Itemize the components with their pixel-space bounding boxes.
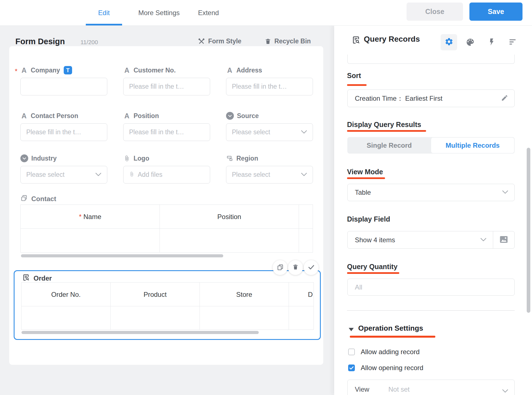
duplicate-button[interactable] [273, 260, 288, 275]
view-select[interactable]: View Not set [347, 380, 515, 395]
close-button[interactable]: Close [407, 3, 463, 21]
tab-edit-label: Edit [98, 9, 110, 17]
field-region: Region Please select [226, 154, 313, 184]
text-field-icon: A [20, 66, 28, 74]
events-tab-button[interactable] [488, 37, 496, 48]
field-label: Position [134, 112, 159, 120]
copy-icon [277, 264, 284, 272]
select-field-icon [20, 154, 28, 162]
field-company: * A Company T [20, 66, 107, 95]
single-record-option[interactable]: Single Record [347, 137, 431, 154]
palette-icon [466, 43, 475, 48]
query-quantity-heading: Query Quantity [347, 263, 398, 271]
view-mode-select[interactable]: Table [347, 184, 515, 201]
order-horizontal-scrollbar[interactable] [22, 331, 259, 334]
field-label: Contact Person [31, 112, 78, 120]
order-subtable-selected[interactable]: Order Order No. Product Store D [14, 270, 321, 340]
display-field-select[interactable]: Show 4 items [347, 231, 515, 249]
chevron-down-icon [95, 172, 101, 177]
image-icon [499, 234, 509, 246]
check-icon [308, 264, 315, 272]
order-subtable-table: Order No. Product Store D [21, 282, 314, 330]
save-button[interactable]: Save [469, 3, 522, 21]
region-select[interactable]: Please select [226, 166, 313, 184]
checkbox-unchecked[interactable] [348, 349, 355, 355]
paperclip-icon [129, 171, 134, 178]
chevron-down-icon [502, 389, 508, 394]
field-label: Source [237, 112, 259, 120]
field-customer-no: A Customer No. Please fill in the t… [123, 66, 210, 95]
operation-settings-underline [350, 336, 435, 338]
topbar: Edit More Settings Extend Close Save [0, 0, 532, 26]
field-label: Region [236, 155, 258, 162]
checkbox-label: Allow opening record [361, 364, 423, 372]
style-tab-button[interactable] [466, 37, 475, 48]
main-tabs: Edit More Settings Extend [86, 0, 221, 25]
page-title: Form Design [15, 37, 65, 46]
allow-adding-record-row[interactable]: Allow adding record [348, 348, 420, 356]
display-field-heading: Display Field [347, 215, 390, 223]
field-label: Address [236, 67, 262, 74]
address-input[interactable]: Please fill in the t… [226, 78, 313, 95]
paperclip-icon [123, 155, 130, 161]
required-asterisk: * [79, 213, 81, 221]
lightning-icon [488, 43, 496, 48]
outline-tab-button[interactable] [509, 39, 517, 46]
contact-col-partial [299, 205, 313, 229]
trash-icon [292, 264, 299, 271]
query-quantity-input[interactable]: All [347, 279, 515, 296]
contact-col-name: * Name [21, 205, 160, 229]
panel-title: Query Records [364, 35, 420, 44]
position-input[interactable]: Please fill in the t… [123, 123, 210, 141]
contact-subtable[interactable]: * Name Position [20, 204, 313, 253]
tab-edit[interactable]: Edit [86, 0, 122, 25]
logo-upload[interactable]: Add files [123, 166, 210, 184]
industry-select[interactable]: Please select [20, 166, 107, 184]
section-divider [347, 310, 515, 311]
edit-pencil-icon[interactable] [501, 94, 508, 103]
form-canvas: * A Company T A Customer No. Please fill… [9, 46, 323, 365]
company-input[interactable] [20, 78, 107, 95]
sort-heading: Sort [347, 72, 361, 80]
field-label: Customer No. [134, 67, 176, 74]
cascade-field-icon [226, 155, 233, 162]
tab-extend[interactable]: Extend [196, 0, 221, 25]
required-asterisk: * [15, 67, 17, 75]
checkbox-label: Allow adding record [361, 348, 420, 356]
contact-horizontal-scrollbar[interactable] [21, 254, 223, 257]
tab-more-settings[interactable]: More Settings [134, 0, 184, 25]
multiple-records-option-selected[interactable]: Multiple Records [431, 138, 514, 153]
order-col-store: Store [200, 283, 289, 306]
view-select-value: Not set [388, 385, 410, 393]
chevron-down-icon [480, 238, 486, 243]
order-table-body-row [22, 306, 314, 330]
sort-rule[interactable]: Creation Time： Earliest First [347, 90, 515, 107]
align-left-lines-icon [509, 41, 517, 46]
recycle-bin-button[interactable]: Recycle Bin [265, 37, 311, 45]
settings-tab-button[interactable] [441, 34, 457, 50]
checkbox-checked[interactable] [348, 365, 355, 371]
sort-rule-value: Creation Time： Earliest First [355, 94, 442, 103]
panel-vertical-scrollbar[interactable] [527, 148, 530, 313]
scrolled-input-partial[interactable] [347, 55, 515, 64]
field-counter: 11/200 [80, 39, 98, 46]
order-col-orderno: Order No. [22, 283, 111, 306]
view-select-label: View [355, 385, 369, 393]
image-field-button[interactable] [493, 231, 514, 248]
allow-opening-record-row[interactable]: Allow opening record [348, 364, 423, 372]
text-field-icon: A [20, 112, 28, 120]
subtable-icon [20, 194, 28, 203]
confirm-button[interactable] [304, 260, 319, 275]
tab-extend-label: Extend [198, 9, 219, 17]
source-select[interactable]: Please select [226, 123, 313, 141]
display-field-value: Show 4 items [355, 236, 395, 244]
customer-no-input[interactable]: Please fill in the t… [123, 78, 210, 95]
field-contact-person: A Contact Person Please fill in the t… [20, 111, 107, 141]
delete-button[interactable] [288, 260, 303, 275]
display-query-results-underline [347, 130, 426, 132]
collapse-triangle-icon[interactable] [349, 328, 354, 331]
query-records-icon [22, 274, 30, 283]
form-style-button[interactable]: Form Style [198, 37, 241, 45]
contact-person-input[interactable]: Please fill in the t… [20, 123, 107, 141]
order-col-partial: D [289, 283, 314, 306]
